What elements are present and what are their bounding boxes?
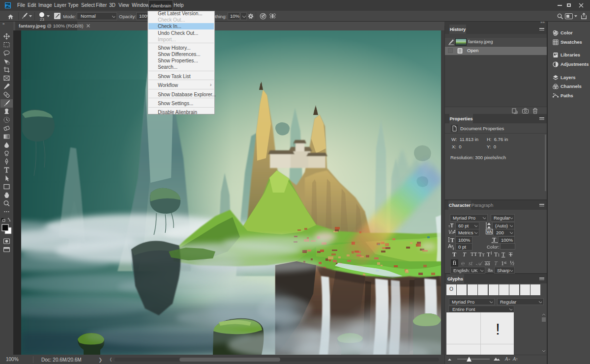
svg-text:»: » xyxy=(2,22,5,26)
svg-text:T: T xyxy=(492,236,496,243)
svg-text:T: T xyxy=(450,237,454,243)
svg-text:a: a xyxy=(451,244,453,248)
